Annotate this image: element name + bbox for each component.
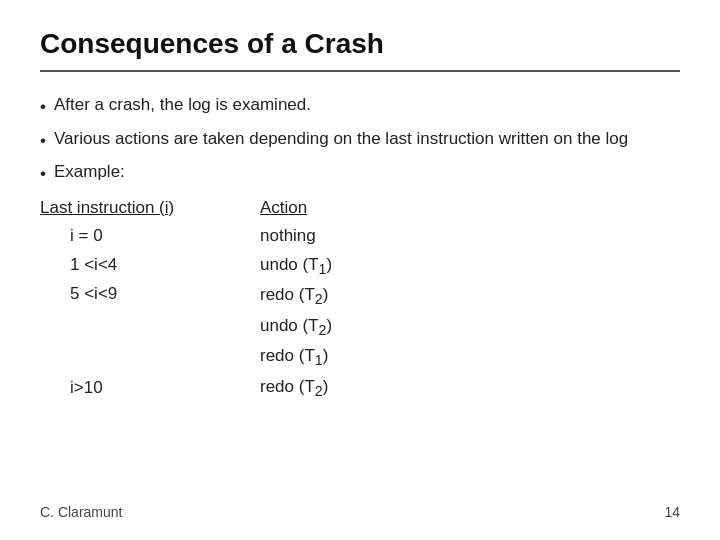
example-table: Last instruction (i) i = 0 1 <i<4 5 <i<9… bbox=[40, 195, 680, 404]
bullet-text-2: Various actions are taken depending on t… bbox=[54, 126, 628, 152]
footer: C. Claramunt 14 bbox=[40, 496, 680, 520]
row-left-3 bbox=[40, 309, 260, 338]
title-area: Consequences of a Crash bbox=[40, 28, 680, 72]
bullet-3: • Example: bbox=[40, 159, 680, 187]
row-left-2: 5 <i<9 bbox=[40, 280, 260, 309]
column-left: Last instruction (i) i = 0 1 <i<4 5 <i<9… bbox=[40, 195, 260, 404]
row-right-3: undo (T2) bbox=[260, 312, 520, 342]
row-left-0: i = 0 bbox=[40, 222, 260, 251]
bullet-icon-3: • bbox=[40, 161, 46, 187]
row-right-0: nothing bbox=[260, 222, 520, 251]
content-area: • After a crash, the log is examined. • … bbox=[40, 92, 680, 496]
column-right: Action nothing undo (T1) redo (T2) undo … bbox=[260, 195, 520, 404]
row-right-1: undo (T1) bbox=[260, 251, 520, 281]
row-left-4 bbox=[40, 338, 260, 367]
bullet-text-3: Example: bbox=[54, 159, 125, 185]
right-header: Action bbox=[260, 195, 520, 221]
footer-right: 14 bbox=[664, 504, 680, 520]
slide-title: Consequences of a Crash bbox=[40, 28, 680, 60]
row-right-5: redo (T2) bbox=[260, 373, 520, 403]
bullet-text-1: After a crash, the log is examined. bbox=[54, 92, 311, 118]
bullet-icon-2: • bbox=[40, 128, 46, 154]
row-right-2: redo (T2) bbox=[260, 281, 520, 311]
row-right-4: redo (T1) bbox=[260, 342, 520, 372]
bullet-icon-1: • bbox=[40, 94, 46, 120]
slide: Consequences of a Crash • After a crash,… bbox=[0, 0, 720, 540]
bullet-2: • Various actions are taken depending on… bbox=[40, 126, 680, 154]
bullet-1: • After a crash, the log is examined. bbox=[40, 92, 680, 120]
row-left-5: i>10 bbox=[40, 378, 103, 397]
row-left-1: 1 <i<4 bbox=[40, 251, 260, 280]
footer-left: C. Claramunt bbox=[40, 504, 122, 520]
left-header: Last instruction (i) bbox=[40, 195, 260, 221]
